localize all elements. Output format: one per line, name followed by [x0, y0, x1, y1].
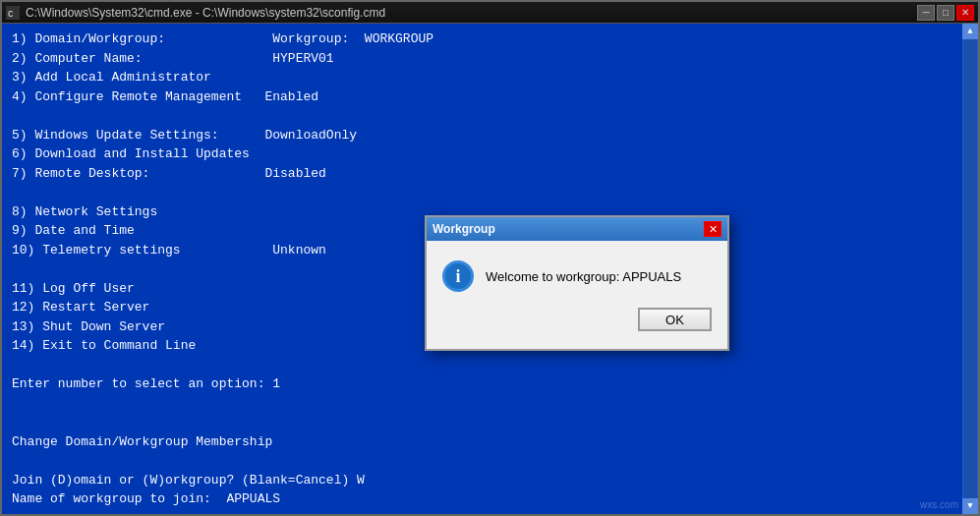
- info-icon: i: [442, 260, 474, 292]
- cmd-icon: C: [6, 6, 20, 20]
- cmd-line: [12, 413, 968, 432]
- dialog-close-button[interactable]: ✕: [704, 221, 721, 237]
- scroll-down-arrow[interactable]: ▼: [962, 498, 978, 514]
- cmd-content-area: 1) Domain/Workgroup: Workgroup: WORKGROU…: [2, 24, 978, 514]
- dialog-footer: OK: [442, 308, 712, 335]
- cmd-line: Name of workgroup to join: APPUALS: [12, 489, 968, 509]
- cmd-line: 4) Configure Remote Management Enabled: [12, 87, 968, 107]
- cmd-line: 3) Add Local Administrator: [12, 68, 968, 87]
- cmd-line: 5) Windows Update Settings: DownloadOnly: [12, 126, 968, 145]
- cmd-line: [12, 509, 968, 515]
- dialog-title: Workgroup: [432, 222, 495, 236]
- scrollbar[interactable]: ▲ ▼: [962, 24, 978, 514]
- cmd-line: 1) Domain/Workgroup: Workgroup: WORKGROU…: [12, 29, 968, 49]
- cmd-line: Change Domain/Workgroup Membership: [12, 432, 968, 452]
- cmd-line: Enter number to select an option: 1: [12, 374, 968, 394]
- minimize-button[interactable]: ─: [917, 5, 935, 21]
- cmd-line: [12, 106, 968, 126]
- scroll-track[interactable]: [963, 39, 977, 498]
- cmd-line: [12, 394, 968, 414]
- dialog-content: i Welcome to workgroup: APPUALS: [442, 260, 712, 292]
- cmd-line: [12, 183, 968, 202]
- dialog-message: Welcome to workgroup: APPUALS: [486, 269, 681, 284]
- cmd-line: [12, 451, 968, 471]
- ok-button[interactable]: OK: [638, 308, 712, 331]
- cmd-line: Join (D)omain or (W)orkgroup? (Blank=Can…: [12, 471, 968, 490]
- close-button[interactable]: ✕: [956, 5, 974, 21]
- cmd-window: C C:\Windows\System32\cmd.exe - C:\Windo…: [0, 0, 980, 516]
- dialog-body: i Welcome to workgroup: APPUALS OK: [427, 241, 727, 349]
- watermark: wxs.com: [920, 499, 958, 510]
- title-bar-left: C C:\Windows\System32\cmd.exe - C:\Windo…: [6, 6, 385, 20]
- maximize-button[interactable]: □: [937, 5, 954, 21]
- cmd-line: 6) Download and Install Updates: [12, 144, 968, 164]
- cmd-line: [12, 356, 968, 375]
- title-bar: C C:\Windows\System32\cmd.exe - C:\Windo…: [2, 2, 978, 24]
- cmd-line: 7) Remote Desktop: Disabled: [12, 164, 968, 184]
- title-bar-controls: ─ □ ✕: [917, 5, 974, 21]
- svg-text:C: C: [8, 10, 14, 19]
- dialog-title-bar: Workgroup ✕: [427, 217, 727, 241]
- cmd-line: 2) Computer Name: HYPERV01: [12, 49, 968, 69]
- window-title: C:\Windows\System32\cmd.exe - C:\Windows…: [26, 6, 385, 20]
- scroll-up-arrow[interactable]: ▲: [962, 24, 978, 39]
- workgroup-dialog: Workgroup ✕ i Welcome to workgroup: APPU…: [425, 215, 729, 351]
